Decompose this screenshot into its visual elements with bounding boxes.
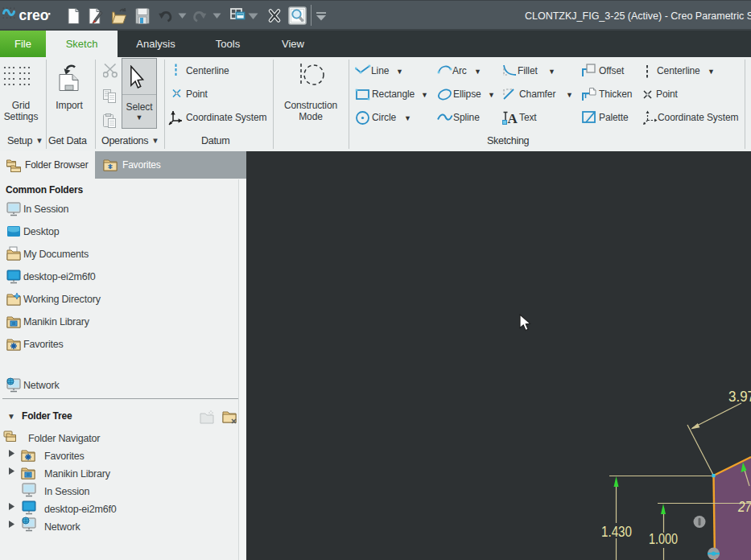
svg-text:creo: creo [19, 7, 49, 23]
svg-text:3.97: 3.97 [728, 389, 751, 405]
svg-text:A: A [508, 111, 518, 126]
svg-text:1.430: 1.430 [601, 524, 632, 540]
svg-text:1.000: 1.000 [649, 531, 678, 547]
svg-text:27: 27 [737, 499, 751, 515]
